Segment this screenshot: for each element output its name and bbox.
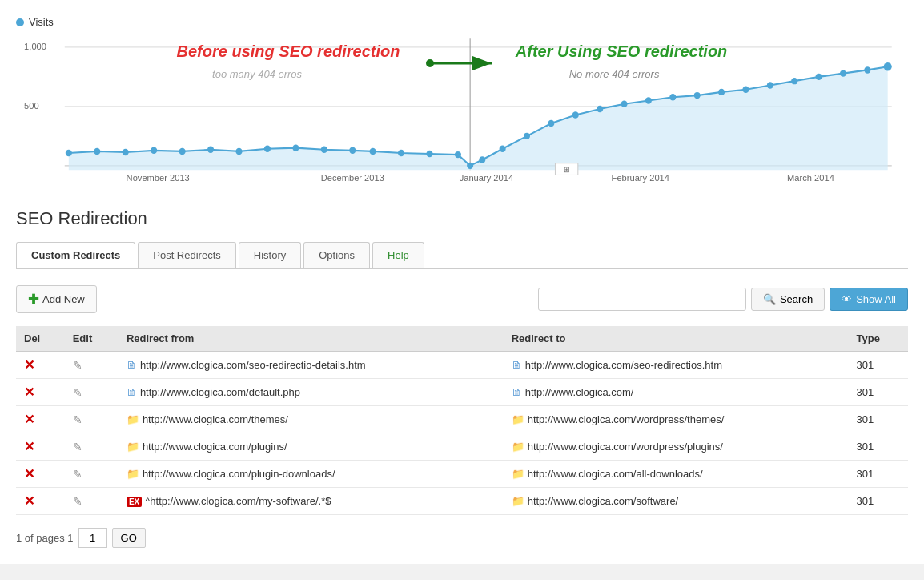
folder-icon: 📁 <box>512 441 524 453</box>
redirect-to-cell: 📁http://www.clogica.com/software/ <box>504 488 849 515</box>
svg-text:February 2014: February 2014 <box>612 173 669 183</box>
redirect-to-url: http://www.clogica.com/wordpress/plugins… <box>528 441 723 453</box>
redirect-from-url: http://www.clogica.com/default.php <box>140 386 300 398</box>
svg-point-2 <box>426 59 434 67</box>
svg-point-30 <box>572 111 579 118</box>
tab-options[interactable]: Options <box>303 242 370 268</box>
chart-legend: Visits <box>16 16 908 28</box>
edit-icon[interactable]: ✎ <box>73 495 82 508</box>
search-input[interactable] <box>538 288 746 311</box>
delete-icon[interactable]: ✕ <box>24 358 34 372</box>
page-number-input[interactable] <box>78 528 107 548</box>
type-cell: 301 <box>848 379 908 406</box>
svg-point-37 <box>742 86 749 92</box>
delete-icon[interactable]: ✕ <box>24 413 34 426</box>
edit-cell: ✎ <box>65 488 119 515</box>
delete-icon[interactable]: ✕ <box>24 467 34 481</box>
edit-icon[interactable]: ✎ <box>73 386 82 399</box>
add-new-button[interactable]: ✚ Add New <box>16 285 97 313</box>
redirect-from-url: http://www.clogica.com/seo-redirectio-de… <box>140 359 366 371</box>
edit-icon[interactable]: ✎ <box>73 441 82 453</box>
tab-help[interactable]: Help <box>372 242 424 268</box>
svg-point-33 <box>645 97 652 103</box>
arrow-container <box>426 52 498 77</box>
tab-post-redirects[interactable]: Post Redirects <box>138 242 236 268</box>
col-del: Del <box>16 326 65 352</box>
svg-point-22 <box>398 150 404 156</box>
table-row: ✕✎📁http://www.clogica.com/plugins/📁http:… <box>16 433 908 461</box>
delete-icon[interactable]: ✕ <box>24 494 34 508</box>
svg-point-14 <box>179 148 186 155</box>
svg-point-24 <box>455 151 461 158</box>
svg-text:1,000: 1,000 <box>24 42 46 51</box>
svg-point-39 <box>791 78 797 84</box>
svg-point-27 <box>500 145 506 151</box>
svg-text:March 2014: March 2014 <box>787 173 834 183</box>
svg-point-12 <box>123 149 129 155</box>
type-cell: 301 <box>848 352 908 379</box>
svg-point-28 <box>524 133 530 139</box>
tab-history[interactable]: History <box>239 242 301 268</box>
col-type: Type <box>848 326 908 352</box>
redirect-to-url: http://www.clogica.com/wordpress/themes/ <box>528 413 725 425</box>
show-all-button[interactable]: 👁 Show All <box>830 288 908 311</box>
svg-point-19 <box>321 147 327 153</box>
svg-point-13 <box>151 147 157 154</box>
svg-point-11 <box>94 148 100 155</box>
page-info: 1 of pages 1 <box>16 532 74 544</box>
svg-point-42 <box>864 66 870 73</box>
del-cell: ✕ <box>16 461 65 488</box>
before-sub: too many 404 erros <box>212 68 302 80</box>
redirect-from-cell: 🗎http://www.clogica.com/default.php <box>119 379 504 406</box>
edit-icon[interactable]: ✎ <box>73 413 82 426</box>
delete-icon[interactable]: ✕ <box>24 385 34 399</box>
delete-icon[interactable]: ✕ <box>24 440 34 453</box>
eye-icon: 👁 <box>842 293 852 305</box>
tabs-container: Custom Redirects Post Redirects History … <box>16 242 908 269</box>
svg-point-10 <box>66 150 72 156</box>
page-title: SEO Redirection <box>16 208 908 229</box>
redirect-to-url: http://www.clogica.com/ <box>525 386 634 398</box>
arrow-svg <box>426 52 498 75</box>
svg-point-34 <box>669 94 676 100</box>
svg-text:November 2013: November 2013 <box>127 173 190 183</box>
edit-cell: ✎ <box>65 379 119 406</box>
folder-icon: 📁 <box>512 468 524 480</box>
type-cell: 301 <box>848 488 908 515</box>
redirect-to-cell: 🗎http://www.clogica.com/ <box>504 379 849 406</box>
redirect-to-url: http://www.clogica.com/software/ <box>528 495 679 507</box>
type-cell: 301 <box>848 406 908 433</box>
file-icon: 🗎 <box>127 386 137 398</box>
table-row: ✕✎EX^http://www.clogica.com/my-software/… <box>16 488 908 515</box>
search-button[interactable]: 🔍 Search <box>751 288 825 311</box>
svg-point-29 <box>548 120 554 127</box>
redirect-from-cell: EX^http://www.clogica.com/my-software/.*… <box>119 488 504 515</box>
svg-point-25 <box>467 163 473 169</box>
svg-text:⊞: ⊞ <box>564 166 570 174</box>
svg-point-16 <box>235 148 242 155</box>
redirect-from-url: http://www.clogica.com/themes/ <box>143 413 288 425</box>
legend-label: Visits <box>29 16 54 28</box>
redirect-from-cell: 📁http://www.clogica.com/plugins/ <box>119 433 504 461</box>
svg-text:January 2014: January 2014 <box>460 173 513 183</box>
del-cell: ✕ <box>16 379 65 406</box>
svg-point-40 <box>816 74 822 80</box>
redirect-from-cell: 📁http://www.clogica.com/plugin-downloads… <box>119 461 504 488</box>
chart-container: Before using SEO redirection too many 40… <box>16 34 908 183</box>
edit-icon[interactable]: ✎ <box>73 468 82 481</box>
svg-point-36 <box>718 89 725 95</box>
search-area: 🔍 Search 👁 Show All <box>538 288 908 311</box>
redirect-from-url: ^http://www.clogica.com/my-software/.*$ <box>145 495 331 507</box>
tab-custom-redirects[interactable]: Custom Redirects <box>16 242 135 268</box>
redirect-from-cell: 🗎http://www.clogica.com/seo-redirectio-d… <box>119 352 504 379</box>
search-icon: 🔍 <box>763 293 776 305</box>
toolbar: ✚ Add New 🔍 Search 👁 Show All <box>16 285 908 313</box>
file-icon: 🗎 <box>512 386 522 398</box>
redirect-to-cell: 📁http://www.clogica.com/wordpress/themes… <box>504 406 849 433</box>
plus-icon: ✚ <box>28 292 38 307</box>
edit-cell: ✎ <box>65 352 119 379</box>
edit-icon[interactable]: ✎ <box>73 359 82 372</box>
del-cell: ✕ <box>16 433 65 461</box>
table-row: ✕✎📁http://www.clogica.com/themes/📁http:/… <box>16 406 908 433</box>
go-button[interactable]: GO <box>112 528 146 548</box>
